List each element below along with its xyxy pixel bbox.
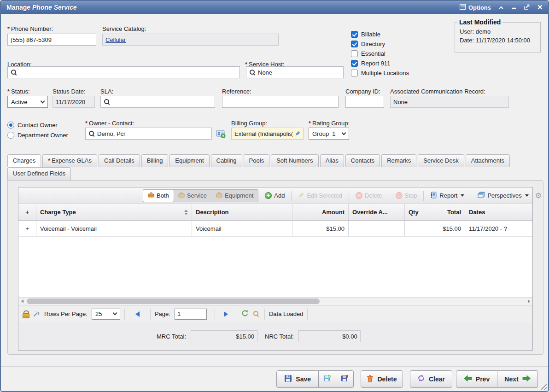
tab-billing[interactable]: Billing [141,154,169,167]
perspectives-icon [478,192,485,199]
gear-icon[interactable]: ⚙ [535,191,542,200]
tab-equipment[interactable]: Equipment [169,154,209,167]
tab-service-desk[interactable]: Service Desk [418,154,464,167]
tab-user-defined-fields[interactable]: User Defined Fields [7,167,71,180]
reference-input[interactable] [225,99,335,105]
row-expand-button[interactable]: + [18,221,36,236]
save-and-close-button[interactable] [336,370,354,388]
save-button[interactable]: Save [276,370,319,388]
next-page-button[interactable] [224,311,228,317]
essential-label: Essential [361,50,385,57]
save-and-new-button[interactable] [319,370,336,388]
col-charge-type[interactable]: Charge Type [36,204,192,220]
pencil-icon [298,192,304,199]
next-button[interactable]: Next [497,370,538,388]
wrench-icon[interactable] [33,310,40,318]
col-dates[interactable]: Dates [465,204,532,220]
tab-charges[interactable]: Charges [7,154,41,167]
col-override-amount[interactable]: Override A... [349,204,405,220]
service-catalog-link[interactable]: Cellular [105,36,126,43]
collapse-button[interactable] [498,3,504,12]
delete-button[interactable]: Delete [361,370,403,388]
add-contact-icon [216,132,226,140]
tab-expense-glas[interactable]: *Expense GLAs [42,154,97,167]
close-button[interactable] [537,3,543,12]
perspectives-button[interactable]: Perspectives [474,190,531,202]
tab-pools[interactable]: Pools [244,154,270,167]
nrc-total-value: $0.00 [342,333,357,340]
contact-owner-radio[interactable] [7,122,14,129]
options-button[interactable]: Options [460,4,491,11]
chevron-down-icon [461,194,464,197]
col-qty[interactable]: Qty [405,204,429,220]
horizontal-scrollbar[interactable] [18,297,532,305]
location-input[interactable] [19,69,237,76]
col-description[interactable]: Description [192,204,292,220]
pager-status: Data Loaded [269,310,303,317]
last-modified-date: Date: 11/17/2020 14:50:00 [460,37,536,44]
multiple-locations-checkbox[interactable] [351,70,358,76]
service-host-input[interactable] [258,69,340,76]
minimize-button[interactable] [511,3,517,12]
add-contact-button[interactable] [216,129,226,140]
phone-number-field [7,34,96,46]
tab-remarks[interactable]: Remarks [381,154,416,167]
billable-checkbox-row: Billable [351,30,380,38]
tab-soft-numbers[interactable]: Soft Numbers [271,154,318,167]
department-owner-radio[interactable] [7,132,14,139]
stop-button[interactable]: Stop [392,190,421,202]
col-amount[interactable]: Amount [292,204,349,220]
scroll-right-arrow[interactable] [525,298,532,305]
report-button[interactable]: Report [427,190,467,202]
report-911-checkbox-row: Report 911 [351,59,390,67]
rating-group-select[interactable]: Group_1 [309,128,349,140]
owner-contact-label: *Owner - Contact: [85,120,134,127]
sort-icon[interactable] [184,210,188,215]
tab-cabling[interactable]: Cabling [211,154,242,167]
department-owner-label: Department Owner [18,132,68,139]
view-equipment-button[interactable]: Equipment [211,190,258,202]
popout-button[interactable] [524,3,530,12]
previous-page-button[interactable] [135,311,140,317]
col-expand[interactable]: + [18,204,36,220]
tab-contacts[interactable]: Contacts [345,154,380,167]
view-both-button[interactable]: Both [143,190,174,202]
edit-selected-button[interactable]: Edit Selected [295,190,345,202]
assoc-comm-record-field: None [390,96,509,108]
arrow-left-icon [464,375,472,383]
table-row[interactable]: + Voicemail - Voicemail Voicemail $15.00… [18,221,532,237]
charges-panel: Both Service Equipment + Add [7,180,543,355]
scrollbar-thumb[interactable] [27,298,320,304]
required-marker: * [7,88,10,95]
phone-number-label: *Phone Number: [7,25,53,32]
tab-attachments[interactable]: Attachments [466,154,510,167]
sla-input[interactable] [112,99,212,105]
add-button[interactable]: + Add [262,190,288,202]
briefcase-icon [216,192,222,199]
edit-pencil-icon[interactable] [295,130,300,137]
rows-per-page-select[interactable]: 25 [92,309,120,320]
required-marker: * [48,157,50,164]
rows-per-page-value: 25 [95,310,102,317]
scroll-left-arrow[interactable] [18,298,26,305]
directory-checkbox[interactable] [351,41,358,47]
essential-checkbox[interactable] [351,50,358,57]
phone-number-input[interactable] [11,36,93,43]
view-service-button[interactable]: Service [174,190,211,202]
report-911-checkbox[interactable] [351,60,358,67]
prev-button[interactable]: Prev [456,370,497,388]
tab-call-details[interactable]: Call Details [99,154,140,167]
grid-header: + Charge Type Description Amount Overrid… [18,204,532,221]
lock-icon[interactable] [23,310,29,318]
page-input[interactable] [175,309,207,320]
delete-row-button[interactable]: − Delete [352,190,385,202]
billable-checkbox[interactable] [351,31,358,38]
company-id-input[interactable] [349,99,381,105]
search-grid-icon[interactable] [253,310,260,318]
tab-alias[interactable]: Alias [320,154,344,167]
clear-button[interactable]: Clear [410,370,452,388]
refresh-icon[interactable] [241,310,249,318]
status-select[interactable]: Active [7,96,48,108]
owner-contact-input[interactable] [97,130,209,137]
col-total[interactable]: Total [429,204,465,220]
